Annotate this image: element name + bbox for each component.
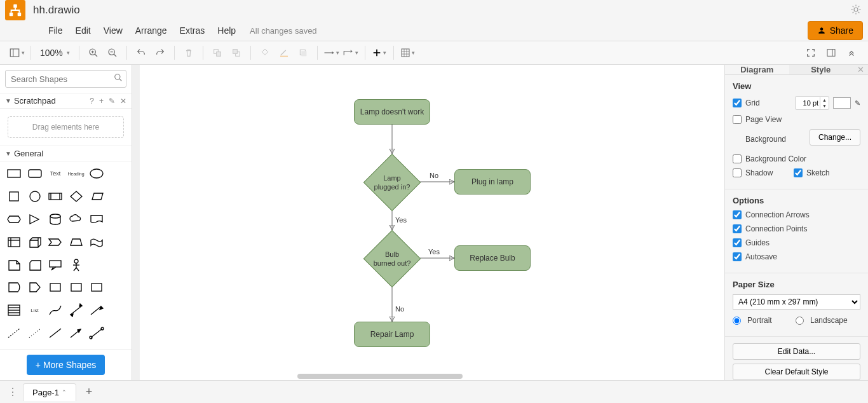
shape-blank[interactable] <box>109 165 126 182</box>
portrait-radio[interactable] <box>733 317 741 325</box>
shape-triangle[interactable] <box>26 211 44 228</box>
shape-curve[interactable] <box>46 302 64 318</box>
shape-arrow[interactable] <box>88 302 105 318</box>
shape-diamond[interactable] <box>67 188 85 205</box>
node-decision-1[interactable]: Lamp plugged in? <box>363 154 421 211</box>
shape-trapezoid[interactable] <box>67 234 85 250</box>
tab-style[interactable]: Style <box>789 65 853 74</box>
shape-blank2[interactable] <box>109 188 126 205</box>
canvas[interactable]: Lamp doesn't work Lamp plugged in? Plug … <box>132 65 724 380</box>
shape-text[interactable]: Text <box>46 165 64 182</box>
shape-cube[interactable] <box>26 234 44 250</box>
redo-button[interactable] <box>151 44 169 62</box>
collapse-button[interactable] <box>843 44 860 62</box>
picker-icon[interactable]: ✎ <box>855 99 860 107</box>
bgcolor-checkbox[interactable] <box>733 154 742 163</box>
zoom-select[interactable]: 100% <box>36 48 74 58</box>
grid-color-swatch[interactable] <box>833 97 851 109</box>
conn-arrows-checkbox[interactable] <box>733 210 742 219</box>
shape-blank4[interactable] <box>109 234 126 250</box>
shape-ellipse[interactable] <box>88 165 105 182</box>
scratchpad-help[interactable]: ? <box>90 97 94 106</box>
shape-hexagon[interactable] <box>5 211 23 228</box>
shape-tape[interactable] <box>88 234 105 250</box>
share-button[interactable]: Share <box>808 21 863 40</box>
menu-help[interactable]: Help <box>211 23 242 38</box>
shape-blank6[interactable] <box>109 257 126 273</box>
autosave-checkbox[interactable] <box>733 252 742 261</box>
sketch-checkbox[interactable] <box>794 168 803 177</box>
shape-circle[interactable] <box>26 188 44 205</box>
shape-blank9[interactable] <box>109 325 126 341</box>
shape-list[interactable] <box>5 302 23 318</box>
shape-step[interactable] <box>46 234 64 250</box>
node-action-1[interactable]: Plug in lamp <box>454 169 531 195</box>
paper[interactable] <box>140 65 724 380</box>
shape-rect[interactable] <box>5 165 23 182</box>
more-shapes-button[interactable]: + More Shapes <box>27 355 105 375</box>
shape-blank3[interactable] <box>109 211 126 228</box>
shape-note[interactable] <box>5 257 23 273</box>
pageview-checkbox[interactable] <box>733 115 742 124</box>
scratchpad-add[interactable]: + <box>99 97 104 106</box>
shape-link[interactable] <box>88 325 105 341</box>
shape-rounded[interactable] <box>26 165 44 182</box>
scratchpad-dropzone[interactable]: Drag elements here <box>8 116 124 138</box>
waypoints-button[interactable] <box>342 44 360 62</box>
shape-internal-storage[interactable] <box>5 234 23 250</box>
sidebar-toggle-button[interactable] <box>8 44 25 62</box>
landscape-radio[interactable] <box>796 317 804 325</box>
shape-callout[interactable] <box>46 257 64 273</box>
shape-blank7[interactable] <box>109 279 126 296</box>
undo-button[interactable] <box>132 44 150 62</box>
menu-arrange[interactable]: Arrange <box>129 23 173 38</box>
shape-rect2[interactable] <box>67 279 85 296</box>
node-decision-2[interactable]: Bulb burned out? <box>363 230 421 287</box>
menu-extras[interactable]: Extras <box>173 23 212 38</box>
shape-dashline[interactable] <box>5 325 23 341</box>
shape-cylinder[interactable] <box>46 211 64 228</box>
shape-or[interactable] <box>5 279 23 296</box>
scratchpad-edit[interactable]: ✎ <box>109 97 115 106</box>
add-page-button[interactable]: + <box>80 385 98 399</box>
search-icon[interactable] <box>114 73 123 85</box>
shape-bidir[interactable] <box>67 302 85 318</box>
shape-process[interactable] <box>46 188 64 205</box>
shape-datastore[interactable] <box>46 279 64 296</box>
connection-button[interactable] <box>323 44 341 62</box>
search-input[interactable] <box>5 70 126 88</box>
change-bg-button[interactable]: Change... <box>810 129 860 146</box>
edit-data-button[interactable]: Edit Data... <box>733 343 860 360</box>
shape-rect3[interactable] <box>88 279 105 296</box>
menu-edit[interactable]: Edit <box>69 23 97 38</box>
zoom-in-button[interactable] <box>85 44 102 62</box>
menu-file[interactable]: File <box>42 23 69 38</box>
shape-line[interactable] <box>46 325 64 341</box>
app-logo[interactable] <box>5 0 25 20</box>
scratchpad-header[interactable]: ▼ Scratchpad ? + ✎ ✕ <box>0 93 132 109</box>
appearance-icon[interactable] <box>850 4 863 17</box>
shape-blank5[interactable] <box>88 257 105 273</box>
fullscreen-button[interactable] <box>802 44 820 62</box>
horizontal-scrollbar[interactable] <box>297 374 463 379</box>
shape-and[interactable] <box>26 279 44 296</box>
shape-square[interactable] <box>5 188 23 205</box>
format-toggle-button[interactable] <box>822 44 840 62</box>
shape-list-label[interactable]: List <box>26 302 44 318</box>
shape-arrow2[interactable] <box>67 325 85 341</box>
conn-points-checkbox[interactable] <box>733 224 742 233</box>
panel-close-icon[interactable]: ✕ <box>853 65 868 74</box>
shape-actor[interactable] <box>67 257 85 273</box>
shape-blank8[interactable] <box>109 302 126 318</box>
shape-cloud[interactable] <box>67 211 85 228</box>
grid-stepper[interactable]: ▲▼ <box>795 96 829 110</box>
grid-checkbox[interactable] <box>733 99 742 107</box>
general-header[interactable]: ▼ General <box>0 146 132 161</box>
guides-checkbox[interactable] <box>733 238 742 247</box>
shape-document[interactable] <box>88 211 105 228</box>
scratchpad-close[interactable]: ✕ <box>120 97 126 106</box>
shape-heading[interactable]: Heading <box>67 165 85 182</box>
node-start[interactable]: Lamp doesn't work <box>354 99 430 125</box>
insert-button[interactable] <box>370 44 388 62</box>
filename[interactable]: hh.drawio <box>33 4 80 17</box>
